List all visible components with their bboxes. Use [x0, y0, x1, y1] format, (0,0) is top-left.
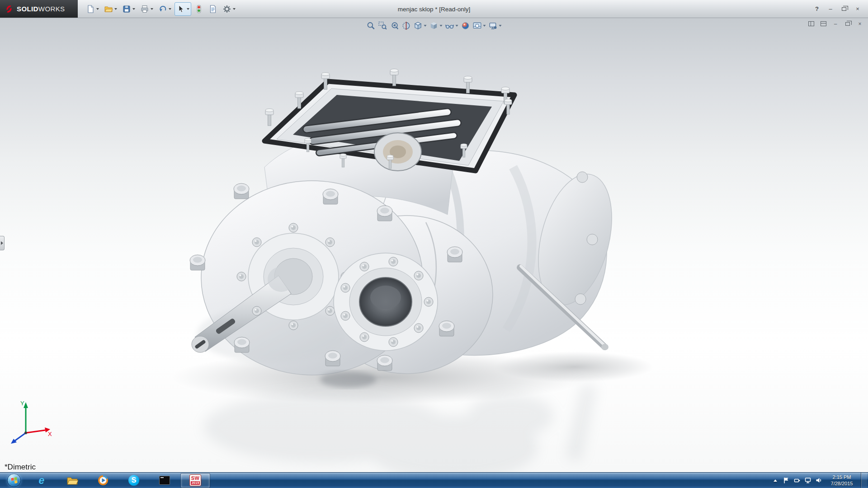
- close-button[interactable]: ×: [852, 4, 863, 14]
- display-style-caret[interactable]: [440, 25, 443, 27]
- network-button[interactable]: [804, 475, 812, 486]
- view-orientation-label: *Dimetric: [5, 463, 36, 472]
- hide-show-caret[interactable]: [456, 25, 458, 27]
- hide-show-items-button[interactable]: [444, 20, 459, 31]
- graphics-viewport[interactable]: – ×: [0, 18, 868, 472]
- solidworks-app-icon: SW 2015: [189, 474, 201, 486]
- view-settings-icon: [489, 21, 498, 30]
- zoom-to-fit-icon: [367, 21, 376, 30]
- open-folder-icon: [104, 5, 113, 14]
- featuremanager-collapse-tab[interactable]: [0, 236, 5, 250]
- cover-port[interactable]: [374, 133, 421, 171]
- orientation-triad: Y X: [1, 394, 55, 449]
- select-dropdown-caret[interactable]: [187, 8, 189, 10]
- output-bore[interactable]: [334, 253, 438, 351]
- taskbar-media-player[interactable]: [88, 473, 118, 488]
- save-icon: [122, 5, 131, 14]
- new-document-icon: [86, 5, 95, 14]
- windows-taskbar: e S: [0, 472, 868, 488]
- undo-dropdown-caret[interactable]: [169, 8, 171, 10]
- y-axis-label: Y: [20, 400, 24, 407]
- taskbar-apps: e S: [0, 473, 211, 488]
- view-settings-caret[interactable]: [499, 25, 502, 27]
- network-icon: [804, 477, 811, 484]
- document-window-controls: – ×: [807, 20, 864, 28]
- system-tray: 2:15 PM 7/28/2015: [771, 473, 868, 488]
- show-desktop-button[interactable]: [861, 473, 867, 488]
- print-button[interactable]: [138, 2, 155, 16]
- previous-view-button[interactable]: [389, 20, 400, 31]
- save-dropdown-caret[interactable]: [132, 8, 135, 10]
- taskbar-command-prompt[interactable]: [150, 473, 179, 488]
- hidden-icons-button[interactable]: [771, 475, 779, 486]
- view-orientation-button[interactable]: [413, 20, 428, 31]
- display-style-icon: [429, 21, 439, 30]
- volume-button[interactable]: [815, 475, 823, 486]
- heads-up-view-toolbar: [363, 19, 505, 32]
- options-button[interactable]: [221, 2, 237, 16]
- doc-minimize-button[interactable]: –: [831, 20, 840, 28]
- new-document-button[interactable]: [84, 2, 101, 16]
- display-style-button[interactable]: [429, 20, 443, 31]
- clock-time: 2:15 PM: [829, 474, 854, 480]
- action-center-button[interactable]: [782, 475, 790, 486]
- zoom-to-area-button[interactable]: [377, 20, 388, 31]
- rebuild-traffic-light-icon: [194, 5, 203, 14]
- solidworks-logo-icon: [5, 5, 14, 14]
- doc-close-button[interactable]: ×: [855, 20, 864, 28]
- taskbar-clock[interactable]: 2:15 PM 7/28/2015: [826, 474, 858, 487]
- display-pane-horizontal-button[interactable]: [819, 20, 828, 28]
- clock-date: 7/28/2015: [829, 480, 854, 487]
- window-controls: ? – ×: [807, 0, 868, 18]
- start-button[interactable]: [2, 473, 26, 488]
- select-tool-button[interactable]: [175, 2, 191, 16]
- options-gear-icon: [222, 5, 231, 14]
- solidworks-brand: SOLIDWORKS: [0, 0, 78, 18]
- gearbox-model[interactable]: [0, 18, 868, 472]
- file-properties-button[interactable]: [207, 2, 219, 16]
- view-orientation-caret[interactable]: [424, 25, 427, 27]
- hardware-button[interactable]: [793, 475, 801, 486]
- restore-icon: [842, 7, 846, 11]
- new-dropdown-caret[interactable]: [96, 8, 99, 10]
- rebuild-button[interactable]: [193, 2, 205, 16]
- section-view-button[interactable]: [401, 20, 412, 31]
- edit-appearance-button[interactable]: [460, 20, 471, 31]
- open-button[interactable]: [102, 2, 119, 16]
- display-pane-vertical-button[interactable]: [807, 20, 816, 28]
- save-button[interactable]: [120, 2, 137, 16]
- doc-restore-icon: [845, 22, 850, 26]
- taskbar-skype[interactable]: S: [119, 473, 149, 488]
- edit-appearance-ball-icon: [461, 21, 470, 30]
- volume-icon: [815, 477, 822, 484]
- view-orientation-cube-icon: [414, 21, 423, 30]
- pane-horizontal-icon: [821, 21, 826, 26]
- apply-scene-icon: [473, 21, 482, 30]
- section-view-icon: [402, 21, 411, 30]
- view-settings-button[interactable]: [488, 20, 503, 31]
- print-dropdown-caret[interactable]: [151, 8, 153, 10]
- expand-arrow-icon: [1, 241, 3, 245]
- taskbar-windows-explorer[interactable]: [57, 473, 87, 488]
- doc-restore-button[interactable]: [843, 20, 852, 28]
- taskbar-internet-explorer[interactable]: e: [27, 473, 57, 488]
- solidworks-window: SOLIDWORKS: [0, 0, 868, 488]
- windows-orb-icon: [7, 474, 21, 487]
- restore-button[interactable]: [838, 4, 850, 14]
- apply-scene-button[interactable]: [472, 20, 487, 31]
- options-dropdown-caret[interactable]: [233, 8, 236, 10]
- skype-icon: S: [128, 475, 139, 486]
- zoom-to-fit-button[interactable]: [366, 20, 377, 31]
- zoom-to-area-icon: [378, 21, 387, 30]
- file-properties-icon: [208, 5, 217, 14]
- taskbar-solidworks[interactable]: SW 2015: [180, 473, 210, 488]
- help-button[interactable]: ?: [811, 4, 823, 14]
- previous-view-icon: [390, 21, 399, 30]
- apply-scene-caret[interactable]: [483, 25, 486, 27]
- solidworks-version-badge: 2015: [191, 481, 200, 485]
- undo-button[interactable]: [156, 2, 173, 16]
- minimize-button[interactable]: –: [825, 4, 836, 14]
- open-dropdown-caret[interactable]: [114, 8, 117, 10]
- folder-icon: [66, 475, 78, 485]
- print-icon: [140, 5, 149, 14]
